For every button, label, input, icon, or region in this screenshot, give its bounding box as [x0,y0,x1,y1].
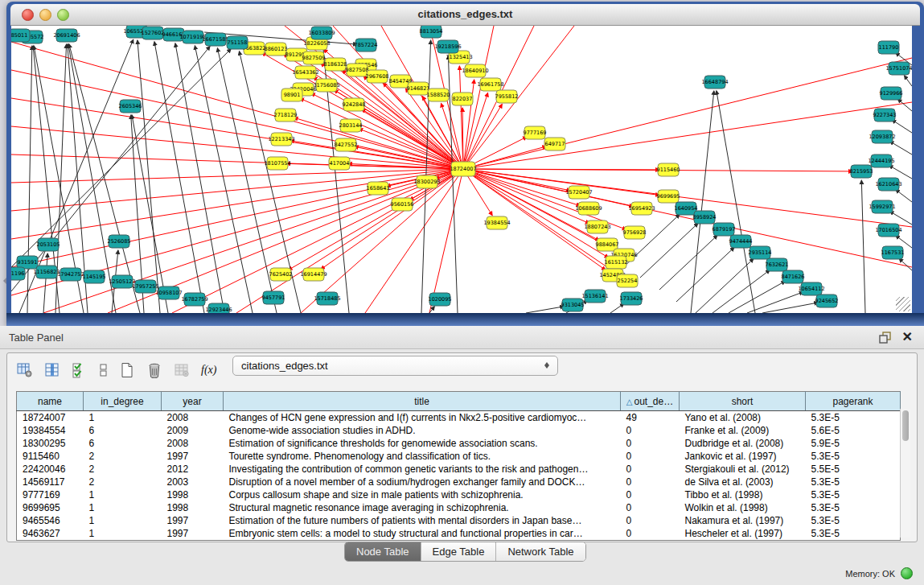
graph-node[interactable]: 8186328 [324,58,347,71]
graph-node[interactable]: 15720407 [565,186,592,199]
table-cell[interactable]: 49 [621,411,680,425]
table-cell[interactable]: 22420046 [17,463,84,476]
trash-icon[interactable] [146,362,162,378]
graph-node[interactable]: 1658643 [367,182,390,195]
table-cell[interactable]: 2 [84,450,162,463]
graph-node[interactable]: 20691406 [53,29,80,42]
table-cell[interactable]: Changes of HCN gene expression and I(f) … [224,411,621,425]
graph-node[interactable]: 252254 [617,274,638,287]
graph-node[interactable]: 9827509 [302,51,326,64]
graph-node[interactable]: 8427552 [335,138,358,151]
table-cell[interactable]: 19384554 [17,424,84,437]
dataset-selector[interactable]: citations_edges.txt [232,356,558,376]
new-document-icon[interactable] [119,362,135,378]
tab-edge-table[interactable]: Edge Table [421,542,497,561]
table-cell[interactable]: 0 [621,463,680,476]
graph-node[interactable]: 15751074 [885,62,912,75]
table-cell[interactable]: 9465546 [17,514,84,527]
table-cell[interactable]: 5.9E-5 [806,437,901,450]
graph-node[interactable]: 10688609 [575,202,602,215]
table-cell[interactable]: Investigating the contribution of common… [224,463,621,476]
network-canvas[interactable]: 1872400718300295193845549777169649717766… [11,26,912,313]
column-header-outde[interactable]: △out_de… [621,392,680,411]
graph-node[interactable]: 18807243 [584,220,610,233]
collapse-panel-arrow-icon[interactable] [0,278,6,284]
table-cell[interactable]: Corpus callosum shape and size in male p… [224,488,621,501]
table-cell[interactable]: 0 [621,514,680,527]
graph-node[interactable]: 11156823 [33,266,60,278]
graph-node[interactable]: 9699695 [657,190,680,203]
table-cell[interactable]: 1998 [162,488,224,501]
window-resize-grip[interactable] [896,297,910,311]
table-cell[interactable]: de Silva et al. (2003) [680,476,806,488]
graph-node[interactable]: 1527602 [142,27,165,39]
graph-node[interactable]: 822037 [452,93,473,105]
table-cell[interactable]: 5.3E-5 [806,476,901,488]
graph-node[interactable]: 1733426 [620,292,643,305]
table-row[interactable]: 1456911722003Disruption of a novel membe… [17,476,901,488]
graph-node[interactable]: 2605346 [119,100,142,113]
graph-node[interactable]: 1145195 [83,270,106,283]
graph-node[interactable]: 12923446 [205,303,232,313]
graph-node[interactable]: 18107554 [264,157,290,170]
table-cell[interactable]: 0 [621,424,680,437]
graph-node[interactable]: 19384554 [483,216,510,229]
float-panel-icon[interactable] [878,331,892,344]
table-cell[interactable]: 2 [84,476,162,488]
function-builder-icon[interactable]: f(x) [201,364,216,377]
table-cell[interactable]: 18300295 [17,437,84,450]
graph-node[interactable]: 9560156 [391,198,414,211]
table-cell[interactable]: Dudbridge et al. (2008) [680,437,806,450]
table-cell[interactable]: 0 [621,488,680,501]
graph-node[interactable]: 15136141 [581,290,608,303]
table-row[interactable]: 946362711997Embryonic stem cells: a mode… [17,527,901,541]
table-cell[interactable]: 0 [621,450,680,463]
graph-node[interactable]: 9474444 [729,235,753,248]
graph-node[interactable]: 111790 [878,41,899,54]
graph-node[interactable]: 8471626 [782,270,805,283]
table-cell[interactable]: 1997 [162,450,224,463]
select-checks-icon[interactable] [72,362,88,378]
table-cell[interactable]: Yano et al. (2008) [680,411,806,425]
graph-node[interactable]: 17016504 [875,224,901,237]
window-titlebar[interactable]: citations_edges.txt [10,4,920,26]
graph-node[interactable]: 649717 [544,138,565,150]
graph-node[interactable]: 98901 [281,89,302,101]
graph-node[interactable]: 9115460 [657,163,680,176]
graph-node[interactable]: 12093872 [869,130,895,143]
graph-node[interactable]: 7857224 [355,39,378,51]
table-cell[interactable]: 0 [621,476,680,488]
graph-node[interactable]: 19218596 [434,40,461,53]
column-header-year[interactable]: year [162,392,224,411]
graph-node[interactable]: 16033809 [308,27,335,39]
table-cell[interactable]: Structural magnetic resonance image aver… [224,501,621,514]
table-cell[interactable]: 1997 [162,514,224,527]
graph-node[interactable]: 2526085 [108,235,131,248]
graph-node[interactable]: 16914479 [300,268,326,281]
table-cell[interactable]: 18724007 [17,411,84,425]
graph-node[interactable]: 16210643 [875,178,901,191]
graph-node[interactable]: 6879197 [713,223,736,236]
table-cell[interactable]: Franke et al. (2009) [680,424,806,437]
graph-node[interactable]: 8860123 [265,43,288,56]
graph-node[interactable]: 18724007 [450,162,476,176]
table-cell[interactable]: Stergiakouli et al. (2012) [680,463,806,476]
table-cell[interactable]: Disruption of a novel member of a sodium… [224,476,621,488]
graph-node[interactable]: 16671585 [202,33,228,46]
table-cell[interactable]: Jankovic et al. (1997) [680,450,806,463]
graph-node[interactable]: 15992971 [869,200,895,213]
table-cell[interactable]: 1 [84,514,162,527]
table-cell[interactable]: 5.3E-5 [806,527,901,541]
table-cell[interactable]: 5.3E-5 [806,514,901,527]
table-cell[interactable]: Tourette syndrome. Phenomenology and cla… [224,450,621,463]
graph-node[interactable]: 2967608 [366,70,389,83]
graph-node[interactable]: 1167531 [881,246,905,259]
table-cell[interactable]: 0 [621,501,680,514]
close-panel-icon[interactable]: ✕ [902,330,913,344]
graph-node[interactable]: 10958107 [155,286,182,299]
table-cell[interactable]: 9699695 [17,501,84,514]
table-row[interactable]: 1872400712008Changes of HCN gene express… [17,411,901,425]
table-cell[interactable]: 1 [84,411,162,425]
graph-node[interactable]: 7632621 [766,258,789,271]
table-scrollbar-thumb[interactable] [902,410,909,441]
